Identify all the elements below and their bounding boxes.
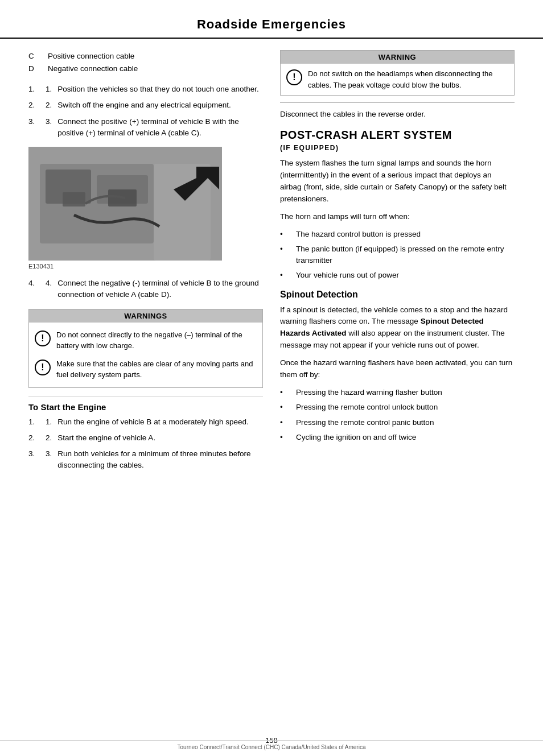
svg-rect-5 [63,192,85,206]
page-header: Roadside Emergencies [0,0,543,39]
list-item: Pressing the hazard warning flasher butt… [280,387,515,398]
start-step-3-text: Run both vehicles for a minimum of three… [57,448,263,472]
list-item: 1. Position the vehicles so that they do… [28,84,263,95]
page-container: Roadside Emergencies C Positive connecti… [0,0,543,756]
warning-2-text: Make sure that the cables are clear of a… [56,358,257,381]
steps-list: 1. Position the vehicles so that they do… [28,84,263,139]
start-engine-heading: To Start the Engine [28,396,263,412]
if-equipped: (IF EQUIPPED) [280,144,515,152]
page-title: Roadside Emergencies [34,17,509,32]
start-steps-list: 1. Run the engine of vehicle B at a mode… [28,416,263,472]
warnings-box: WARNINGS ! Do not connect directly to th… [28,309,263,388]
warning-entry-2: ! Make sure that the cables are clear of… [35,355,257,384]
horn-lamps-text: The horn and lamps will turn off when: [280,211,515,223]
spinout-bullets-list: Pressing the hazard warning flasher butt… [280,387,515,443]
footer: Tourneo Connect/Transit Connect (CHC) Ca… [0,740,543,750]
spinout-para2: Once the hazard warning flashers have be… [280,357,515,381]
post-crash-para1: The system flashes the turn signal lamps… [280,158,515,205]
step4-list: 4. Connect the negative (-) terminal of … [28,278,263,301]
list-item: 2. Start the engine of vehicle A. [28,432,263,444]
list-item: The panic button (if equipped) is presse… [280,243,515,267]
list-item: Pressing the remote control unlock butto… [280,402,515,413]
footer-text: Tourneo Connect/Transit Connect (CHC) Ca… [178,744,366,750]
warning-icon-2: ! [35,360,51,375]
spinout-para1: If a spinout is detected, the vehicle co… [280,304,515,352]
list-item: 3. Run both vehicles for a minimum of th… [28,448,263,472]
warning-entry-1: ! Do not connect directly to the negativ… [35,326,257,355]
warning-header: WARNING [281,51,514,64]
start-step-2-text: Start the engine of vehicle A. [57,432,155,444]
list-item: D Negative connection cable [28,63,263,75]
horn-bullet-3: Your vehicle runs out of power [296,270,399,281]
divider [280,102,515,103]
cable-letter-c: C [28,50,36,63]
spinout-heading: Spinout Detection [280,290,515,300]
step-4-text: Connect the negative (-) terminal of veh… [57,278,263,301]
right-column: WARNING ! Do not switch on the headlamps… [280,50,515,480]
spinout-bullet-2: Pressing the remote control unlock butto… [296,402,438,413]
list-item: Cycling the ignition on and off twice [280,432,515,443]
warning-1-text: Do not connect directly to the negative … [56,329,257,352]
cable-letter-d: D [28,63,36,75]
list-item: Pressing the remote control panic button [280,417,515,428]
step-1-text: Position the vehicles so that they do no… [57,84,259,95]
engine-svg [28,147,222,261]
list-item: The hazard control button is pressed [280,229,515,240]
cable-d-label: Negative connection cable [48,63,138,75]
post-crash-heading: POST-CRASH ALERT SYSTEM [280,129,515,142]
content-area: C Positive connection cable D Negative c… [0,50,543,480]
horn-bullet-2: The panic button (if equipped) is presse… [296,243,515,267]
engine-image [28,147,222,261]
cable-list: C Positive connection cable D Negative c… [28,50,263,75]
list-item: 3. Connect the positive (+) terminal of … [28,116,263,139]
image-caption: E130431 [28,263,263,270]
list-item: 4. Connect the negative (-) terminal of … [28,278,263,301]
horn-lamps-list: The hazard control button is pressed The… [280,229,515,282]
list-item: 2. Switch off the engine and any electri… [28,100,263,111]
warning-content: ! Do not switch on the headlamps when di… [281,64,514,95]
warnings-header: WARNINGS [29,309,262,323]
list-item: 1. Run the engine of vehicle B at a mode… [28,416,263,428]
warning-icon-1: ! [35,331,51,346]
left-column: C Positive connection cable D Negative c… [28,50,263,480]
disconnect-text: Disconnect the cables in the reverse ord… [280,109,515,121]
spinout-bullet-1: Pressing the hazard warning flasher butt… [296,387,442,398]
warning-icon: ! [286,69,302,85]
horn-bullet-1: The hazard control button is pressed [296,229,421,240]
cable-c-label: Positive connection cable [48,50,134,63]
warning-box: WARNING ! Do not switch on the headlamps… [280,50,515,96]
list-item: C Positive connection cable [28,50,263,63]
step-3-text: Connect the positive (+) terminal of veh… [57,116,263,139]
spinout-bullet-4: Cycling the ignition on and off twice [296,432,416,443]
image-inner [28,147,222,261]
step-2-text: Switch off the engine and any electrical… [57,100,231,111]
spinout-bullet-3: Pressing the remote control panic button [296,417,434,428]
warnings-entries: ! Do not connect directly to the negativ… [29,323,262,387]
warning-text: Do not switch on the headlamps when disc… [308,68,508,90]
list-item: Your vehicle runs out of power [280,270,515,281]
start-step-1-text: Run the engine of vehicle B at a moderat… [57,416,248,428]
